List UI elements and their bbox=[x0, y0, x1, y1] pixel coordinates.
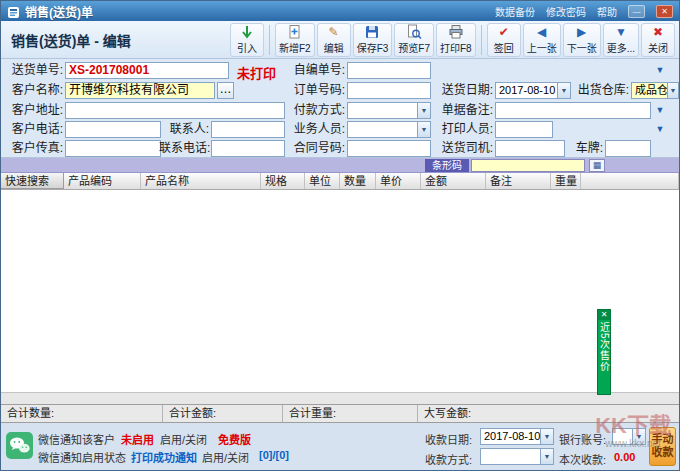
bank-account-label: 银行账号: bbox=[559, 431, 606, 447]
chevron-down-icon[interactable]: ▼ bbox=[417, 103, 430, 118]
page-title: 销售(送货)单 - 编辑 bbox=[11, 30, 131, 50]
doc-remark-field[interactable] bbox=[495, 102, 651, 119]
driver-field[interactable] bbox=[495, 140, 565, 157]
barcode-bar: 条形码 ▦ bbox=[1, 158, 679, 173]
window-close-button[interactable]: ✕ bbox=[656, 5, 673, 18]
chevron-down-icon: ▼ bbox=[615, 24, 627, 40]
receipt-method-field[interactable]: ▼ bbox=[480, 448, 554, 465]
horizontal-scrollbar[interactable] bbox=[1, 392, 679, 404]
delivery-no-label: 送货单号: bbox=[5, 62, 63, 79]
phone-field[interactable] bbox=[65, 121, 161, 138]
order-no-field[interactable] bbox=[347, 82, 431, 99]
payment-field[interactable]: ▼ bbox=[347, 102, 431, 119]
expand-row3-icon[interactable]: ▼ bbox=[653, 102, 667, 119]
column-price[interactable]: 单价 bbox=[376, 173, 421, 189]
close-form-button[interactable]: ✖ 关闭 bbox=[641, 23, 675, 57]
printer-field[interactable] bbox=[495, 121, 553, 138]
print-notify-toggle[interactable]: 启用/关闭 bbox=[202, 449, 249, 465]
window-title: 销售(送货)单 bbox=[25, 3, 93, 20]
receipt-date-field[interactable]: 2017-08-10▼ bbox=[480, 428, 554, 445]
contract-no-label: 合同号码: bbox=[287, 140, 345, 157]
fax-label: 客户传真: bbox=[5, 140, 63, 157]
delivery-no-field[interactable]: XS-201708001 bbox=[65, 62, 229, 79]
table-body[interactable] bbox=[1, 190, 679, 392]
chevron-down-icon[interactable]: ▼ bbox=[557, 83, 570, 98]
column-filler bbox=[581, 173, 679, 189]
expand-row4-icon[interactable]: ▼ bbox=[653, 121, 667, 138]
customer-browse-button[interactable]: … bbox=[217, 82, 234, 99]
column-product-name[interactable]: 产品名称 bbox=[141, 173, 261, 189]
titlebar-link-help[interactable]: 帮助 bbox=[597, 4, 617, 19]
salesman-field[interactable]: ▼ bbox=[347, 121, 431, 138]
manual-receipt-button[interactable]: 手动收款 bbox=[649, 427, 676, 466]
column-unit[interactable]: 单位 bbox=[305, 173, 340, 189]
totals-bar: 合计数量: 合计金额: 合计重量: 大写金额: bbox=[1, 404, 679, 423]
table-header-row: 快速搜索 产品编码 产品名称 规格 单位 数量 单价 金额 备注 重量 bbox=[1, 173, 679, 190]
driver-label: 送货司机: bbox=[435, 140, 493, 157]
column-weight[interactable]: 重量 bbox=[551, 173, 581, 189]
plate-label: 车牌: bbox=[567, 140, 603, 157]
receipt-date-value: 2017-08-10 bbox=[484, 430, 540, 442]
address-field[interactable] bbox=[65, 102, 285, 119]
print-success-notify-link[interactable]: 打印成功通知 bbox=[131, 449, 197, 465]
wechat-notify-customer-label: 微信通知该客户 bbox=[38, 431, 115, 447]
toolbar-button-label: 引入 bbox=[237, 40, 257, 55]
toolbar-button-label: 关闭 bbox=[648, 40, 668, 55]
total-amount-label: 合计金额: bbox=[163, 405, 283, 422]
print-button[interactable]: 打印F8 bbox=[436, 23, 476, 57]
chevron-down-icon[interactable]: ▼ bbox=[540, 429, 553, 444]
minimize-button[interactable]: — bbox=[628, 5, 645, 18]
titlebar-link-backup[interactable]: 数据备份 bbox=[495, 4, 535, 19]
chevron-down-icon[interactable]: ▼ bbox=[540, 449, 553, 464]
chevron-down-icon[interactable]: ▼ bbox=[632, 429, 645, 444]
contact-field[interactable] bbox=[211, 121, 285, 138]
column-spec[interactable]: 规格 bbox=[261, 173, 305, 189]
preview-button[interactable]: 预览F7 bbox=[394, 23, 434, 57]
new-document-icon bbox=[287, 24, 303, 40]
column-qty[interactable]: 数量 bbox=[340, 173, 376, 189]
delivery-date-field[interactable]: 2017-08-10▼ bbox=[495, 82, 571, 99]
column-product-code[interactable]: 产品编码 bbox=[64, 173, 141, 189]
import-icon bbox=[239, 24, 255, 40]
new-button[interactable]: 新增F2 bbox=[275, 23, 315, 57]
wechat-icon bbox=[6, 432, 33, 463]
arrow-right-icon: ▶ bbox=[577, 24, 586, 40]
import-button[interactable]: 引入 bbox=[230, 23, 264, 57]
column-amount[interactable]: 金额 bbox=[421, 173, 486, 189]
warehouse-field[interactable]: 成品仓库▼ bbox=[631, 82, 679, 99]
tab-close-icon[interactable]: ✕ bbox=[598, 310, 610, 320]
toolbar-button-label: 更多... bbox=[607, 40, 635, 55]
contact-phone-field[interactable] bbox=[211, 140, 285, 157]
titlebar-link-password[interactable]: 修改密码 bbox=[546, 4, 586, 19]
app-window: 销售(送货)单 数据备份 修改密码 帮助 — ✕ 销售(送货)单 - 编辑 引入… bbox=[0, 0, 680, 471]
check-icon: ✔ bbox=[499, 24, 509, 40]
customer-field[interactable]: 开博维尔科技有限公司 bbox=[65, 82, 215, 99]
edit-button[interactable]: ✎ 编辑 bbox=[317, 23, 351, 57]
sign-back-button[interactable]: ✔ 签回 bbox=[487, 23, 521, 57]
next-record-button[interactable]: ▶ 下一张 bbox=[563, 23, 601, 57]
contract-no-field[interactable] bbox=[347, 140, 431, 157]
edit-pencil-icon: ✎ bbox=[329, 24, 339, 40]
previous-record-button[interactable]: ◀ 上一张 bbox=[523, 23, 561, 57]
column-quick-search[interactable]: 快速搜索 bbox=[1, 173, 64, 189]
more-button[interactable]: ▼ 更多... bbox=[603, 23, 639, 57]
chevron-down-icon[interactable]: ▼ bbox=[417, 122, 430, 137]
wechat-enable-toggle[interactable]: 启用/关闭 bbox=[160, 431, 207, 447]
column-remark[interactable]: 备注 bbox=[486, 173, 551, 189]
toolbar: 销售(送货)单 - 编辑 引入 新增F2 ✎ 编辑 保存F3 预览F7 bbox=[1, 21, 679, 59]
preview-magnifier-icon bbox=[406, 24, 422, 40]
recent-prices-tab[interactable]: ✕ 近5次售价 bbox=[597, 309, 611, 395]
fax-field[interactable] bbox=[65, 140, 161, 157]
save-button[interactable]: 保存F3 bbox=[353, 23, 393, 57]
toolbar-button-label: 保存F3 bbox=[357, 40, 389, 55]
barcode-input[interactable] bbox=[471, 159, 585, 172]
barcode-scan-button[interactable]: ▦ bbox=[589, 159, 605, 172]
print-status-badge: 未打印 bbox=[237, 63, 276, 82]
close-icon: ✖ bbox=[653, 24, 663, 40]
bank-account-field[interactable]: ▼ bbox=[612, 428, 646, 445]
custom-no-field[interactable] bbox=[347, 62, 431, 79]
plate-field[interactable] bbox=[605, 140, 651, 157]
amount-words-label: 大写金额: bbox=[418, 405, 679, 422]
expand-row1-icon[interactable]: ▼ bbox=[653, 62, 667, 79]
chevron-down-icon[interactable]: ▼ bbox=[667, 83, 678, 98]
